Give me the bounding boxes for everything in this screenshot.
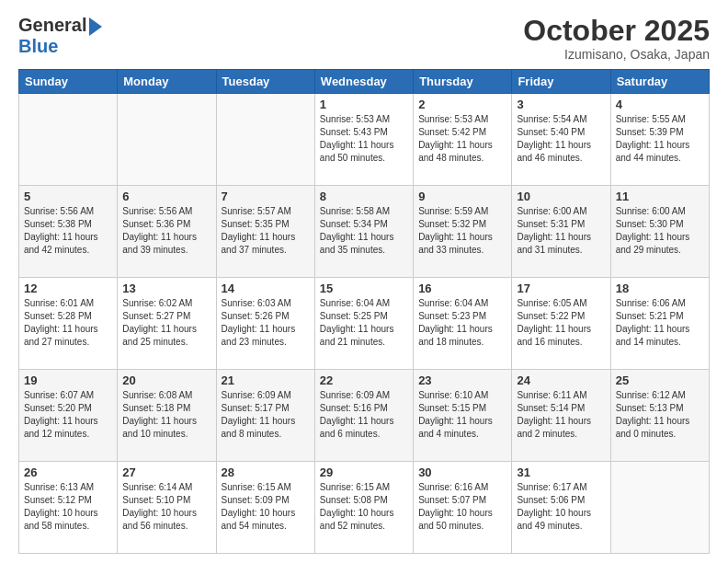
calendar-week-row: 26Sunrise: 6:13 AM Sunset: 5:12 PM Dayli… [19,462,710,554]
day-info: Sunrise: 5:56 AM Sunset: 5:36 PM Dayligh… [122,205,210,257]
day-info: Sunrise: 6:04 AM Sunset: 5:25 PM Dayligh… [320,297,408,349]
calendar-day-cell: 1Sunrise: 5:53 AM Sunset: 5:43 PM Daylig… [314,94,413,186]
day-info: Sunrise: 6:00 AM Sunset: 5:31 PM Dayligh… [517,205,605,257]
header: General Blue October 2025 Izumisano, Osa… [18,15,710,62]
calendar-header-friday: Friday [512,70,610,94]
day-info: Sunrise: 5:54 AM Sunset: 5:40 PM Dayligh… [517,113,605,165]
day-info: Sunrise: 6:05 AM Sunset: 5:22 PM Dayligh… [517,297,605,349]
day-info: Sunrise: 6:00 AM Sunset: 5:30 PM Dayligh… [616,205,704,257]
calendar-day-cell: 14Sunrise: 6:03 AM Sunset: 5:26 PM Dayli… [216,278,314,370]
calendar-day-cell: 26Sunrise: 6:13 AM Sunset: 5:12 PM Dayli… [19,462,118,554]
day-info: Sunrise: 6:10 AM Sunset: 5:15 PM Dayligh… [418,389,506,441]
day-number: 19 [24,373,112,387]
day-info: Sunrise: 6:09 AM Sunset: 5:16 PM Dayligh… [320,389,408,441]
calendar-day-cell: 3Sunrise: 5:54 AM Sunset: 5:40 PM Daylig… [512,94,610,186]
day-number: 29 [320,465,408,479]
calendar-day-cell [216,94,314,186]
calendar-day-cell: 6Sunrise: 5:56 AM Sunset: 5:36 PM Daylig… [118,186,216,278]
day-number: 31 [517,465,605,479]
calendar-day-cell [610,462,709,554]
day-number: 12 [24,282,112,295]
day-number: 28 [222,465,310,479]
logo-general: General [18,15,86,36]
day-info: Sunrise: 6:01 AM Sunset: 5:28 PM Dayligh… [24,297,112,349]
day-info: Sunrise: 6:02 AM Sunset: 5:27 PM Dayligh… [122,297,210,349]
day-number: 11 [616,190,704,203]
day-number: 10 [517,190,605,203]
calendar-header-saturday: Saturday [610,70,709,94]
day-info: Sunrise: 6:07 AM Sunset: 5:20 PM Dayligh… [24,389,112,441]
calendar-day-cell: 5Sunrise: 5:56 AM Sunset: 5:38 PM Daylig… [19,186,118,278]
day-info: Sunrise: 5:53 AM Sunset: 5:42 PM Dayligh… [418,113,506,165]
day-info: Sunrise: 5:56 AM Sunset: 5:38 PM Dayligh… [24,205,112,257]
calendar-day-cell: 20Sunrise: 6:08 AM Sunset: 5:18 PM Dayli… [118,370,216,462]
day-number: 9 [418,190,506,203]
day-number: 3 [517,98,605,111]
day-number: 2 [418,98,506,111]
day-number: 23 [418,373,506,387]
day-number: 26 [24,465,112,479]
calendar-week-row: 1Sunrise: 5:53 AM Sunset: 5:43 PM Daylig… [19,94,710,186]
day-number: 25 [616,373,704,387]
title-area: October 2025 Izumisano, Osaka, Japan [523,15,710,62]
calendar-table: SundayMondayTuesdayWednesdayThursdayFrid… [18,69,710,554]
calendar-header-tuesday: Tuesday [216,70,314,94]
day-info: Sunrise: 6:13 AM Sunset: 5:12 PM Dayligh… [24,481,112,533]
page: General Blue October 2025 Izumisano, Osa… [0,0,728,563]
day-number: 6 [122,190,210,203]
day-info: Sunrise: 6:03 AM Sunset: 5:26 PM Dayligh… [222,297,310,349]
month-title: October 2025 [523,15,710,47]
logo-blue: Blue [18,36,58,56]
day-info: Sunrise: 6:15 AM Sunset: 5:09 PM Dayligh… [222,481,310,533]
calendar-day-cell [118,94,216,186]
day-info: Sunrise: 6:17 AM Sunset: 5:06 PM Dayligh… [517,481,605,533]
day-info: Sunrise: 5:58 AM Sunset: 5:34 PM Dayligh… [320,205,408,257]
day-number: 22 [320,373,408,387]
calendar-day-cell: 25Sunrise: 6:12 AM Sunset: 5:13 PM Dayli… [610,370,709,462]
calendar-day-cell: 17Sunrise: 6:05 AM Sunset: 5:22 PM Dayli… [512,278,610,370]
day-number: 30 [418,465,506,479]
calendar-day-cell: 13Sunrise: 6:02 AM Sunset: 5:27 PM Dayli… [118,278,216,370]
day-number: 17 [517,282,605,295]
day-number: 18 [616,282,704,295]
calendar-day-cell: 12Sunrise: 6:01 AM Sunset: 5:28 PM Dayli… [19,278,118,370]
calendar-day-cell: 27Sunrise: 6:14 AM Sunset: 5:10 PM Dayli… [118,462,216,554]
day-number: 20 [122,373,210,387]
day-info: Sunrise: 6:12 AM Sunset: 5:13 PM Dayligh… [616,389,704,441]
day-number: 4 [616,98,704,111]
calendar-day-cell: 10Sunrise: 6:00 AM Sunset: 5:31 PM Dayli… [512,186,610,278]
day-number: 5 [24,190,112,203]
day-info: Sunrise: 6:16 AM Sunset: 5:07 PM Dayligh… [418,481,506,533]
calendar-day-cell: 19Sunrise: 6:07 AM Sunset: 5:20 PM Dayli… [19,370,118,462]
calendar-day-cell [19,94,118,186]
day-info: Sunrise: 6:09 AM Sunset: 5:17 PM Dayligh… [222,389,310,441]
day-info: Sunrise: 6:06 AM Sunset: 5:21 PM Dayligh… [616,297,704,349]
day-number: 8 [320,190,408,203]
calendar-day-cell: 9Sunrise: 5:59 AM Sunset: 5:32 PM Daylig… [414,186,512,278]
day-number: 24 [517,373,605,387]
calendar-header-sunday: Sunday [19,70,118,94]
logo: General Blue [18,15,102,57]
day-number: 21 [222,373,310,387]
calendar-day-cell: 8Sunrise: 5:58 AM Sunset: 5:34 PM Daylig… [314,186,413,278]
day-number: 14 [222,282,310,295]
calendar-day-cell: 31Sunrise: 6:17 AM Sunset: 5:06 PM Dayli… [512,462,610,554]
calendar-day-cell: 2Sunrise: 5:53 AM Sunset: 5:42 PM Daylig… [414,94,512,186]
calendar-header-wednesday: Wednesday [314,70,413,94]
location: Izumisano, Osaka, Japan [523,47,710,62]
day-info: Sunrise: 5:57 AM Sunset: 5:35 PM Dayligh… [222,205,310,257]
calendar-day-cell: 22Sunrise: 6:09 AM Sunset: 5:16 PM Dayli… [314,370,413,462]
calendar-day-cell: 23Sunrise: 6:10 AM Sunset: 5:15 PM Dayli… [414,370,512,462]
calendar-header-monday: Monday [118,70,216,94]
calendar-day-cell: 29Sunrise: 6:15 AM Sunset: 5:08 PM Dayli… [314,462,413,554]
day-info: Sunrise: 6:04 AM Sunset: 5:23 PM Dayligh… [418,297,506,349]
calendar-day-cell: 7Sunrise: 5:57 AM Sunset: 5:35 PM Daylig… [216,186,314,278]
day-number: 15 [320,282,408,295]
calendar-day-cell: 30Sunrise: 6:16 AM Sunset: 5:07 PM Dayli… [414,462,512,554]
calendar-week-row: 19Sunrise: 6:07 AM Sunset: 5:20 PM Dayli… [19,370,710,462]
day-info: Sunrise: 6:08 AM Sunset: 5:18 PM Dayligh… [122,389,210,441]
calendar-day-cell: 28Sunrise: 6:15 AM Sunset: 5:09 PM Dayli… [216,462,314,554]
day-number: 1 [320,98,408,111]
day-number: 13 [122,282,210,295]
calendar-header-row: SundayMondayTuesdayWednesdayThursdayFrid… [19,70,710,94]
